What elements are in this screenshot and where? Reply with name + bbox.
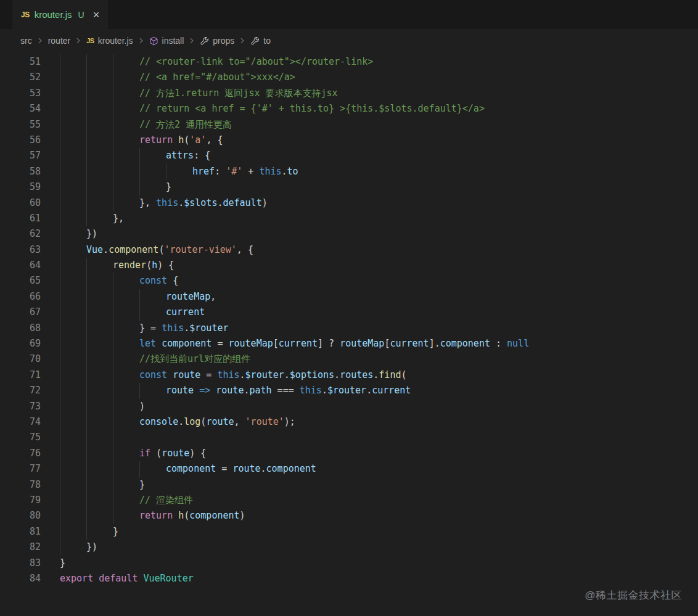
line-number: 69 — [0, 336, 41, 351]
indent-guide — [60, 117, 86, 133]
code-line-content — [60, 430, 139, 445]
code-line[interactable]: 72route => route.path === this.$router.c… — [0, 383, 698, 398]
code-line[interactable]: 74console.log(route, 'route'); — [0, 414, 698, 430]
indent-guide — [60, 540, 86, 555]
code-token — [173, 133, 178, 148]
code-token: path — [249, 383, 271, 398]
code-token: ) — [139, 399, 145, 414]
code-token: $options — [290, 368, 334, 383]
vscode-window: JS krouter.js U × srcrouterJSkrouter.jsi… — [0, 0, 698, 616]
code-line[interactable]: 63Vue.component('router-view', { — [0, 242, 698, 258]
breadcrumb-item-krouter-js[interactable]: JSkrouter.js — [86, 36, 133, 46]
code-line[interactable]: 70//找到当前url对应的组件 — [0, 351, 698, 367]
code-token: Vue — [86, 242, 103, 258]
indent-guide — [60, 226, 86, 242]
code-line[interactable]: 60}, this.$slots.default) — [0, 195, 698, 211]
indent-guide — [86, 430, 113, 445]
code-token: ( — [401, 368, 406, 383]
code-line[interactable]: 67current — [0, 305, 698, 320]
code-line[interactable]: 55// 方法2 通用性更高 — [0, 117, 698, 133]
indent-guide — [113, 101, 139, 117]
code-line[interactable]: 61}, — [0, 211, 698, 226]
code-token: ]. — [429, 336, 440, 351]
indent-guide — [113, 70, 139, 85]
code-line[interactable]: 73) — [0, 399, 698, 414]
code-line[interactable]: 75 — [0, 430, 698, 445]
close-icon[interactable]: × — [93, 9, 100, 20]
code-line[interactable]: 80return h(component) — [0, 508, 698, 524]
code-token: . — [178, 414, 184, 430]
code-token: export — [60, 571, 93, 586]
code-token: }, — [139, 195, 156, 211]
code-token: [ — [384, 336, 390, 351]
code-editor[interactable]: 51// <router-link to="/about"></router-l… — [0, 52, 698, 586]
indent-guide — [139, 383, 166, 398]
chevron-right-icon — [187, 36, 196, 45]
code-line[interactable]: 58href: '#' + this.to — [0, 164, 698, 179]
breadcrumb: srcrouterJSkrouter.jsinstallpropsto — [0, 29, 698, 52]
code-token: console — [139, 414, 178, 430]
line-number: 78 — [0, 477, 41, 493]
indent-guide — [60, 70, 86, 85]
breadcrumb-item-router[interactable]: router — [48, 36, 71, 46]
code-line[interactable]: 64render(h) { — [0, 258, 698, 273]
code-line[interactable]: 62}) — [0, 226, 698, 242]
code-token: . — [334, 368, 340, 383]
indent-guide — [86, 477, 113, 493]
code-line[interactable]: 71const route = this.$router.$options.ro… — [0, 368, 698, 383]
code-line[interactable]: 82}) — [0, 540, 698, 555]
code-token: routeMap — [340, 336, 384, 351]
indent-guide — [113, 336, 139, 351]
code-line[interactable]: 79// 渲染组件 — [0, 493, 698, 508]
indent-guide — [86, 336, 113, 351]
tab-krouter-js[interactable]: JS krouter.js U × — [12, 0, 108, 29]
code-token: . — [244, 383, 249, 398]
code-line[interactable]: 52// <a href="#/about">xxx</a> — [0, 70, 698, 85]
code-line[interactable]: 78} — [0, 477, 698, 493]
code-line[interactable]: 77component = route.component — [0, 461, 698, 477]
line-number: 63 — [0, 242, 41, 258]
code-token: null — [507, 336, 529, 351]
indent-guide — [113, 351, 139, 367]
code-line[interactable]: 57attrs: { — [0, 148, 698, 163]
code-line[interactable]: 56return h('a', { — [0, 133, 698, 148]
code-line[interactable]: 65const { — [0, 273, 698, 289]
indent-guide — [139, 164, 166, 179]
code-line[interactable]: 53// 方法1.return 返回jsx 要求版本支持jsx — [0, 86, 698, 101]
code-token: . — [240, 368, 245, 383]
indent-guide — [86, 351, 113, 367]
code-token: '#' — [226, 164, 242, 179]
indent-guide — [86, 524, 113, 540]
code-line-content: // <a href="#/about">xxx</a> — [60, 70, 295, 85]
breadcrumb-item-to[interactable]: to — [250, 36, 271, 46]
line-number: 68 — [0, 321, 41, 336]
breadcrumb-item-install[interactable]: install — [149, 36, 184, 46]
code-line[interactable]: 66routeMap, — [0, 289, 698, 305]
code-line[interactable]: 69let component = routeMap[current] ? ro… — [0, 336, 698, 351]
line-number: 61 — [0, 211, 41, 226]
code-line-content: // <router-link to="/about"></router-lin… — [60, 54, 373, 70]
code-token: component — [166, 461, 216, 477]
chevron-right-icon — [36, 36, 44, 45]
code-token: . — [261, 461, 266, 477]
code-line[interactable]: 68} = this.$router — [0, 321, 698, 336]
indent-guide — [86, 321, 113, 336]
indent-guide — [113, 133, 139, 148]
code-token: h — [178, 508, 184, 524]
indent-guide — [113, 493, 139, 508]
code-line[interactable]: 76if (route) { — [0, 446, 698, 461]
code-line-content: // 方法2 通用性更高 — [60, 117, 232, 133]
code-line[interactable]: 83} — [0, 556, 698, 571]
code-line[interactable]: 59} — [0, 179, 698, 195]
indent-guide — [113, 273, 139, 289]
code-token: : — [490, 336, 507, 351]
code-line[interactable]: 84export default VueRouter — [0, 571, 698, 586]
code-line-content: let component = routeMap[current] ? rout… — [60, 336, 529, 351]
breadcrumb-item-src[interactable]: src — [20, 36, 32, 46]
code-line[interactable]: 54// return <a href = {'#' + this.to} >{… — [0, 101, 698, 117]
indent-guide — [86, 508, 113, 524]
code-line[interactable]: 51// <router-link to="/about"></router-l… — [0, 54, 698, 70]
indent-guide — [113, 164, 139, 179]
code-line[interactable]: 81} — [0, 524, 698, 540]
breadcrumb-item-props[interactable]: props — [200, 36, 234, 46]
